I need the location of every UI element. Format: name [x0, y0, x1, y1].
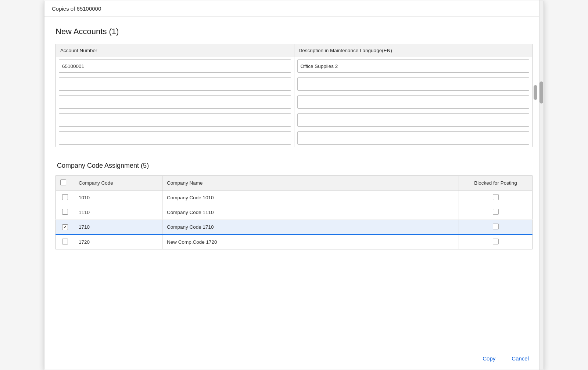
company-code-cell: 1710: [74, 220, 162, 235]
company-blocked-cell: [459, 191, 533, 205]
company-name-cell: Company Code 1110: [162, 205, 459, 220]
company-row[interactable]: 1720New Comp.Code 1720: [56, 235, 533, 250]
description-input[interactable]: [297, 77, 530, 91]
company-row-select-cell: [56, 235, 74, 250]
accounts-cell-number: [56, 129, 294, 147]
new-accounts-table-container: Account Number Description in Maintenanc…: [55, 44, 533, 147]
dialog-title: Copies of 65100000: [52, 6, 101, 12]
copies-dialog: Copies of 65100000 New Accounts (1) Acco…: [44, 0, 544, 370]
dialog-title-bar: Copies of 65100000: [44, 0, 544, 17]
accounts-row: [56, 111, 532, 129]
company-name-cell: Company Code 1010: [162, 191, 459, 205]
company-code-cell: 1110: [74, 205, 162, 220]
accounts-cell-description: [294, 93, 532, 111]
dialog-body: New Accounts (1) Account Number Descript…: [44, 17, 544, 347]
header-checkbox[interactable]: [60, 179, 66, 185]
description-input[interactable]: [297, 59, 530, 73]
dialog-footer: Copy Cancel: [44, 347, 544, 370]
account-number-input[interactable]: [59, 77, 291, 91]
col-header-company-code: Company Code: [74, 176, 162, 191]
new-accounts-title: New Accounts (1): [55, 27, 533, 36]
company-row-select-cell: [56, 191, 74, 205]
company-blocked-cell: [459, 235, 533, 250]
accounts-row: [56, 129, 532, 147]
accounts-row: [56, 75, 532, 93]
row-checkbox[interactable]: [62, 224, 68, 230]
col-description: Description in Maintenance Language(EN): [294, 44, 532, 57]
accounts-cell-number: [56, 111, 294, 129]
accounts-row: [56, 57, 532, 75]
account-number-input[interactable]: [59, 131, 291, 145]
accounts-cell-number: [56, 93, 294, 111]
account-number-input[interactable]: [59, 95, 291, 109]
company-blocked-cell: [459, 220, 533, 235]
description-input[interactable]: [297, 113, 530, 127]
new-accounts-table: Account Number Description in Maintenanc…: [56, 44, 532, 147]
accounts-header-row: Account Number Description in Maintenanc…: [56, 44, 532, 57]
row-checkbox[interactable]: [62, 239, 68, 244]
description-input[interactable]: [297, 131, 530, 145]
dialog-scrollbar-thumb: [539, 81, 543, 104]
col-header-blocked: Blocked for Posting: [459, 176, 533, 191]
company-row[interactable]: 1110Company Code 1110: [56, 205, 533, 220]
row-checkbox[interactable]: [62, 194, 68, 200]
col-account-number: Account Number: [56, 44, 294, 57]
accounts-cell-number: [56, 75, 294, 93]
blocked-checkbox[interactable]: [493, 209, 499, 215]
accounts-cell-number: [56, 57, 294, 75]
table-scrollbar-thumb: [534, 85, 537, 100]
copy-button[interactable]: Copy: [477, 352, 501, 364]
company-name-cell: New Comp.Code 1720: [162, 235, 459, 250]
company-code-title: Company Code Assignment (5): [55, 162, 533, 170]
accounts-cell-description: [294, 75, 532, 93]
accounts-cell-description: [294, 57, 532, 75]
description-input[interactable]: [297, 95, 530, 109]
row-checkbox[interactable]: [62, 209, 68, 215]
blocked-checkbox[interactable]: [493, 224, 499, 229]
col-header-select: [56, 176, 74, 191]
blocked-checkbox[interactable]: [493, 239, 499, 244]
col-header-company-name: Company Name: [162, 176, 459, 191]
account-number-input[interactable]: [59, 59, 291, 73]
cancel-button[interactable]: Cancel: [506, 352, 535, 364]
accounts-cell-description: [294, 129, 532, 147]
company-code-cell: 1720: [74, 235, 162, 250]
accounts-row: [56, 93, 532, 111]
dialog-scrollbar[interactable]: [539, 0, 544, 370]
company-code-table: Company Code Company Name Blocked for Po…: [55, 175, 533, 250]
company-blocked-cell: [459, 205, 533, 220]
company-row[interactable]: 1010Company Code 1010: [56, 191, 533, 205]
accounts-cell-description: [294, 111, 532, 129]
company-header-row: Company Code Company Name Blocked for Po…: [56, 176, 533, 191]
company-row-select-cell: [56, 205, 74, 220]
account-number-input[interactable]: [59, 113, 291, 127]
company-row-select-cell: [56, 220, 74, 235]
blocked-checkbox[interactable]: [493, 194, 499, 200]
company-row[interactable]: 1710Company Code 1710: [56, 220, 533, 235]
company-name-cell: Company Code 1710: [162, 220, 459, 235]
company-code-cell: 1010: [74, 191, 162, 205]
